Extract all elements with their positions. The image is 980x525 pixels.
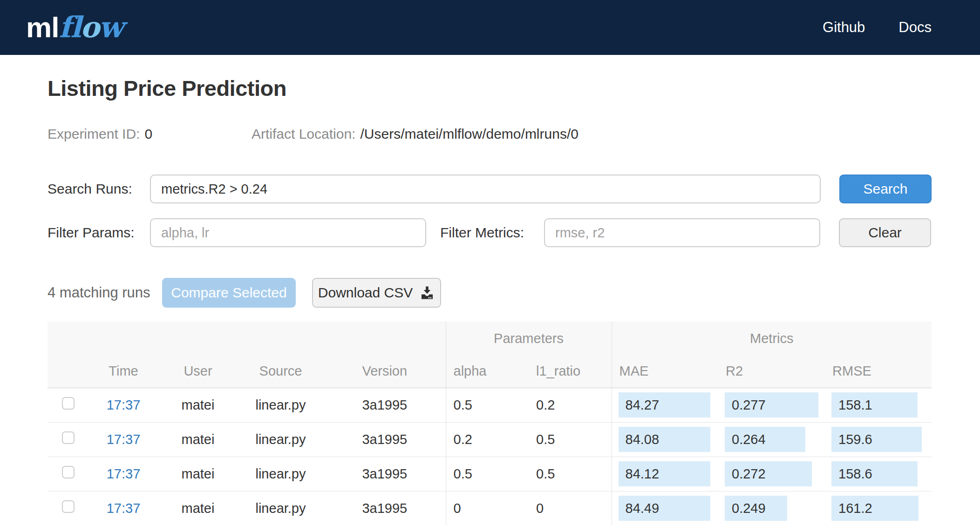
run-source: linear.py xyxy=(238,422,324,457)
run-user: matei xyxy=(158,422,238,457)
run-param-l1-ratio: 0.2 xyxy=(529,388,612,422)
nav-link-github[interactable]: Github xyxy=(823,19,865,36)
experiment-meta: Experiment ID: 0 Artifact Location: /Use… xyxy=(48,126,932,142)
run-checkbox[interactable] xyxy=(62,466,75,478)
search-runs-input[interactable] xyxy=(150,175,821,203)
run-source: linear.py xyxy=(238,388,324,422)
run-metric-rmse: 158.1 xyxy=(831,392,918,417)
runs-table: Parameters Metrics Time User Source Vers… xyxy=(48,322,932,525)
table-body: 17:37 matei linear.py 3a1995 0.5 0.2 84.… xyxy=(48,388,932,525)
run-time-link[interactable]: 17:37 xyxy=(107,501,141,516)
run-version: 3a1995 xyxy=(324,422,446,457)
run-user: matei xyxy=(158,491,238,525)
page-title: Listing Price Prediction xyxy=(48,75,932,101)
run-version: 3a1995 xyxy=(324,457,446,491)
run-checkbox[interactable] xyxy=(62,397,75,410)
run-metric-rmse: 161.2 xyxy=(831,496,919,521)
filter-row: Filter Params: Filter Metrics: Clear xyxy=(48,218,932,247)
run-metric-r2: 0.272 xyxy=(725,461,812,486)
mlflow-logo[interactable]: mlflow xyxy=(26,13,122,42)
run-source: linear.py xyxy=(238,491,324,525)
artifact-location-label: Artifact Location: xyxy=(252,126,355,142)
col-header-user: User xyxy=(158,355,238,388)
col-header-checkbox xyxy=(48,355,88,388)
run-time-link[interactable]: 17:37 xyxy=(107,432,141,447)
matching-runs-count: 4 matching runs xyxy=(48,284,154,301)
run-metric-r2: 0.264 xyxy=(725,427,805,452)
run-version: 3a1995 xyxy=(324,491,446,525)
run-metric-mae: 84.08 xyxy=(619,427,710,452)
run-param-alpha: 0.5 xyxy=(446,457,529,491)
group-header-empty xyxy=(48,322,446,355)
group-header-metrics: Metrics xyxy=(612,322,932,355)
run-metric-rmse: 159.6 xyxy=(831,427,922,452)
logo-flow: flow xyxy=(59,13,122,42)
table-header: Parameters Metrics Time User Source Vers… xyxy=(48,322,932,388)
col-header-mae: MAE xyxy=(612,355,718,388)
run-param-alpha: 0.2 xyxy=(446,422,529,457)
artifact-location-group: Artifact Location: /Users/matei/mlflow/d… xyxy=(252,126,578,142)
nav-link-docs[interactable]: Docs xyxy=(898,19,932,36)
run-param-alpha: 0.5 xyxy=(446,388,529,422)
col-header-version: Version xyxy=(324,355,446,388)
table-row: 17:37 matei linear.py 3a1995 0.5 0.5 84.… xyxy=(48,457,932,491)
experiment-id-label: Experiment ID: xyxy=(48,126,140,142)
nav-links: Github Docs xyxy=(823,19,932,36)
col-header-l1-ratio: l1_ratio xyxy=(529,355,612,388)
run-metric-rmse: 158.6 xyxy=(831,461,918,486)
run-metric-r2: 0.277 xyxy=(725,392,818,417)
download-csv-label: Download CSV xyxy=(318,285,413,301)
search-button[interactable]: Search xyxy=(839,175,932,203)
run-metric-r2: 0.249 xyxy=(725,496,787,521)
col-header-alpha: alpha xyxy=(446,355,529,388)
table-row: 17:37 matei linear.py 3a1995 0 0 84.49 0… xyxy=(48,491,932,525)
group-header-parameters: Parameters xyxy=(446,322,612,355)
filter-params-input[interactable] xyxy=(150,218,426,247)
download-csv-button[interactable]: Download CSV xyxy=(312,278,441,308)
col-header-source: Source xyxy=(238,355,324,388)
experiment-id-group: Experiment ID: 0 xyxy=(48,126,252,142)
filter-params-label: Filter Params: xyxy=(48,225,150,241)
run-checkbox[interactable] xyxy=(62,431,75,444)
col-header-time: Time xyxy=(88,355,158,388)
compare-selected-button[interactable]: Compare Selected xyxy=(162,278,296,308)
run-param-alpha: 0 xyxy=(446,491,529,525)
search-row: Search Runs: Search xyxy=(48,175,932,203)
run-source: linear.py xyxy=(238,457,324,491)
run-time-link[interactable]: 17:37 xyxy=(107,466,141,481)
run-user: matei xyxy=(158,457,238,491)
clear-button[interactable]: Clear xyxy=(839,218,931,247)
filter-metrics-input[interactable] xyxy=(544,218,820,247)
search-runs-label: Search Runs: xyxy=(48,181,150,197)
download-icon xyxy=(419,285,435,301)
run-metric-mae: 84.27 xyxy=(619,392,710,417)
table-row: 17:37 matei linear.py 3a1995 0.2 0.5 84.… xyxy=(48,422,932,457)
run-param-l1-ratio: 0.5 xyxy=(529,422,612,457)
navbar: mlflow Github Docs xyxy=(0,0,980,55)
run-param-l1-ratio: 0.5 xyxy=(529,457,612,491)
experiment-id-value: 0 xyxy=(144,126,152,142)
run-user: matei xyxy=(158,388,238,422)
run-metric-mae: 84.12 xyxy=(619,461,710,486)
filter-metrics-label: Filter Metrics: xyxy=(440,225,544,241)
run-metric-mae: 84.49 xyxy=(619,496,710,521)
artifact-location-value: /Users/matei/mlflow/demo/mlruns/0 xyxy=(360,126,578,142)
run-time-link[interactable]: 17:37 xyxy=(107,397,141,412)
actions-row: 4 matching runs Compare Selected Downloa… xyxy=(48,278,932,308)
col-header-r2: R2 xyxy=(718,355,825,388)
run-param-l1-ratio: 0 xyxy=(529,491,612,525)
run-version: 3a1995 xyxy=(324,388,446,422)
col-header-rmse: RMSE xyxy=(825,355,932,388)
table-row: 17:37 matei linear.py 3a1995 0.5 0.2 84.… xyxy=(48,388,932,422)
run-checkbox[interactable] xyxy=(62,500,75,513)
logo-ml: ml xyxy=(26,13,59,42)
